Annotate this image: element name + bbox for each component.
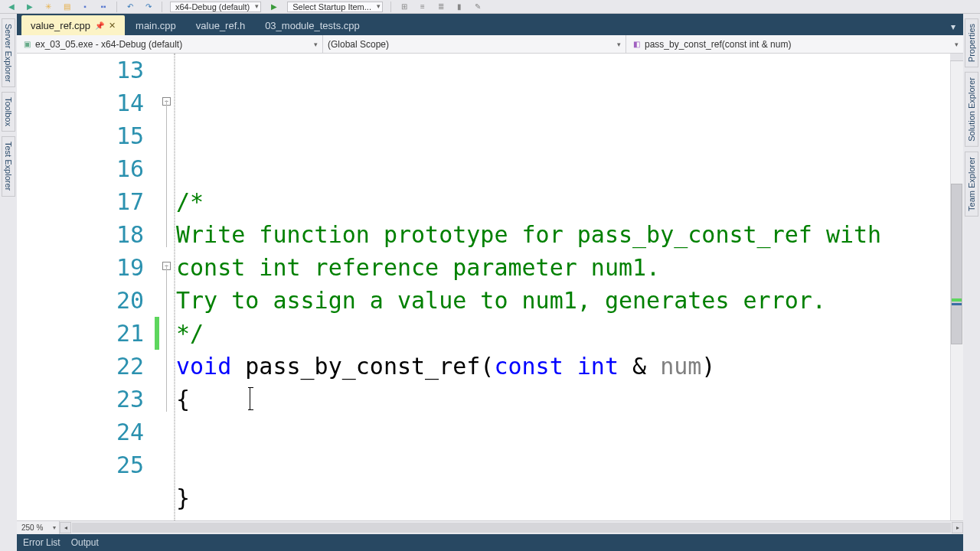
code-line[interactable]: void pass_by_const_ref(const int & num) bbox=[176, 350, 950, 383]
code-editor[interactable]: 13141516171819202122232425 −− /*Write fu… bbox=[17, 54, 963, 520]
nav-function-label: pass_by_const_ref(const int & num) bbox=[645, 39, 791, 50]
line-number: 21 bbox=[17, 317, 144, 350]
play-icon[interactable]: ▶ bbox=[269, 2, 279, 12]
misc-icon-3[interactable]: ≣ bbox=[436, 2, 446, 12]
code-line[interactable]: /* bbox=[176, 185, 950, 218]
scroll-thumb[interactable] bbox=[951, 184, 962, 344]
misc-icon-2[interactable]: ≡ bbox=[417, 2, 428, 12]
code-line[interactable] bbox=[176, 448, 950, 481]
code-body[interactable]: /*Write function prototype for pass_by_c… bbox=[175, 54, 950, 520]
line-number: 15 bbox=[17, 119, 144, 152]
split-handle[interactable] bbox=[950, 54, 963, 61]
line-number: 25 bbox=[17, 448, 144, 481]
misc-icon-4[interactable]: ▮ bbox=[454, 2, 465, 12]
line-number-gutter: 13141516171819202122232425 bbox=[17, 54, 155, 520]
new-item-icon[interactable]: ✳ bbox=[43, 2, 54, 12]
code-line[interactable]: } bbox=[176, 481, 950, 514]
nav-project-dropdown[interactable]: ▣ ex_03_05.exe - x64-Debug (default) bbox=[17, 35, 323, 53]
misc-icon-1[interactable]: ⊞ bbox=[399, 2, 410, 12]
code-line[interactable] bbox=[176, 416, 950, 448]
overview-caret-mark bbox=[952, 303, 962, 305]
code-line[interactable]: { bbox=[176, 383, 950, 416]
fold-column: −− bbox=[161, 54, 175, 520]
indent-guide bbox=[175, 54, 175, 520]
tabs-overflow-menu[interactable]: ▾ bbox=[946, 18, 960, 35]
hscroll-left-button[interactable]: ◂ bbox=[60, 522, 71, 533]
tab-label: main.cpp bbox=[136, 20, 176, 31]
tab-label: value_ref.h bbox=[196, 20, 245, 31]
toolbar-sep-3 bbox=[390, 2, 391, 12]
horizontal-scrollbar[interactable]: ◂ ▸ bbox=[60, 521, 963, 534]
line-number: 20 bbox=[17, 284, 144, 317]
change-mark bbox=[155, 317, 159, 350]
tab-label: value_ref.cpp bbox=[31, 20, 90, 31]
redo-icon[interactable]: ↷ bbox=[143, 2, 154, 12]
code-nav-bar: ▣ ex_03_05.exe - x64-Debug (default) (Gl… bbox=[17, 35, 963, 54]
project-icon: ▣ bbox=[21, 39, 32, 50]
bottom-tool-tabs: Error List Output bbox=[17, 534, 963, 551]
tab-error-list[interactable]: Error List bbox=[23, 537, 60, 548]
toolbar-sep bbox=[116, 2, 117, 12]
line-number: 16 bbox=[17, 152, 144, 185]
tab-label: 03_module_tests.cpp bbox=[265, 20, 360, 31]
line-number: 24 bbox=[17, 416, 144, 448]
zoom-dropdown[interactable]: 250 % bbox=[17, 521, 60, 534]
misc-icon-5[interactable]: ✎ bbox=[472, 2, 483, 12]
hscroll-right-button[interactable]: ▸ bbox=[952, 522, 963, 533]
config-dropdown[interactable]: x64-Debug (default) bbox=[170, 2, 261, 12]
code-line[interactable]: const int reference parameter num1. bbox=[176, 251, 950, 284]
rail-solution-explorer[interactable]: Solution Explorer bbox=[965, 72, 978, 147]
nav-function-dropdown[interactable]: ◧ pass_by_const_ref(const int & num) bbox=[626, 35, 963, 53]
line-number: 13 bbox=[17, 54, 144, 86]
rail-server-explorer[interactable]: Server Explorer bbox=[2, 18, 15, 87]
pin-icon[interactable]: 📌 bbox=[95, 21, 104, 30]
tab-value-ref-h[interactable]: value_ref.h bbox=[187, 15, 254, 35]
main-row: Server Explorer Toolbox Test Explorer va… bbox=[0, 14, 980, 551]
line-number: 19 bbox=[17, 251, 144, 284]
editor-bottom-row: 250 % ◂ ▸ bbox=[17, 520, 963, 534]
file-tab-strip: value_ref.cpp 📌 ✕ main.cpp value_ref.h 0… bbox=[17, 14, 963, 35]
code-line[interactable]: */ bbox=[176, 317, 950, 350]
main-toolbar: ◀ ▶ ✳ ▤ ▪ ▪▪ ↶ ↷ x64-Debug (default) ▶ S… bbox=[0, 0, 980, 14]
close-icon[interactable]: ✕ bbox=[109, 21, 116, 31]
save-icon[interactable]: ▪ bbox=[80, 2, 90, 12]
undo-icon[interactable]: ↶ bbox=[125, 2, 136, 12]
open-icon[interactable]: ▤ bbox=[61, 2, 72, 12]
nav-project-label: ex_03_05.exe - x64-Debug (default) bbox=[35, 39, 182, 50]
tab-value-ref-cpp[interactable]: value_ref.cpp 📌 ✕ bbox=[21, 15, 125, 35]
startup-dropdown[interactable]: Select Startup Item... bbox=[287, 2, 383, 12]
nav-back-icon[interactable]: ◀ bbox=[6, 2, 17, 12]
line-number: 18 bbox=[17, 218, 144, 251]
left-tool-rail: Server Explorer Toolbox Test Explorer bbox=[0, 14, 17, 551]
right-tool-rail: Properties Solution Explorer Team Explor… bbox=[963, 14, 980, 551]
line-number: 17 bbox=[17, 185, 144, 218]
function-icon: ◧ bbox=[631, 39, 642, 50]
line-number: 22 bbox=[17, 350, 144, 383]
vertical-scrollbar[interactable] bbox=[950, 54, 963, 520]
hscroll-thumb[interactable] bbox=[72, 523, 951, 533]
rail-team-explorer[interactable]: Team Explorer bbox=[965, 152, 978, 217]
overview-change-mark bbox=[952, 298, 962, 302]
app-root: ◀ ▶ ✳ ▤ ▪ ▪▪ ↶ ↷ x64-Debug (default) ▶ S… bbox=[0, 0, 980, 551]
text-cursor bbox=[250, 387, 250, 410]
save-all-icon[interactable]: ▪▪ bbox=[98, 2, 109, 12]
code-line[interactable] bbox=[176, 152, 950, 185]
code-line[interactable]: Write function prototype for pass_by_con… bbox=[176, 218, 950, 251]
line-number: 14 bbox=[17, 86, 144, 119]
tab-main-cpp[interactable]: main.cpp bbox=[126, 15, 185, 35]
nav-fwd-icon[interactable]: ▶ bbox=[24, 2, 35, 12]
nav-scope-dropdown[interactable]: (Global Scope) bbox=[323, 35, 626, 53]
tab-module-tests[interactable]: 03_module_tests.cpp bbox=[256, 15, 369, 35]
change-indicator-column bbox=[155, 54, 161, 520]
code-line[interactable]: Try to assign a value to num1, generates… bbox=[176, 284, 950, 317]
line-number: 23 bbox=[17, 383, 144, 416]
rail-toolbox[interactable]: Toolbox bbox=[2, 92, 15, 132]
toolbar-sep-2 bbox=[162, 2, 162, 12]
tab-output[interactable]: Output bbox=[71, 537, 99, 548]
rail-properties[interactable]: Properties bbox=[965, 18, 978, 67]
editor-column: value_ref.cpp 📌 ✕ main.cpp value_ref.h 0… bbox=[17, 14, 963, 551]
nav-scope-label: (Global Scope) bbox=[328, 39, 389, 50]
code-line[interactable] bbox=[176, 514, 950, 520]
rail-test-explorer[interactable]: Test Explorer bbox=[2, 136, 15, 196]
